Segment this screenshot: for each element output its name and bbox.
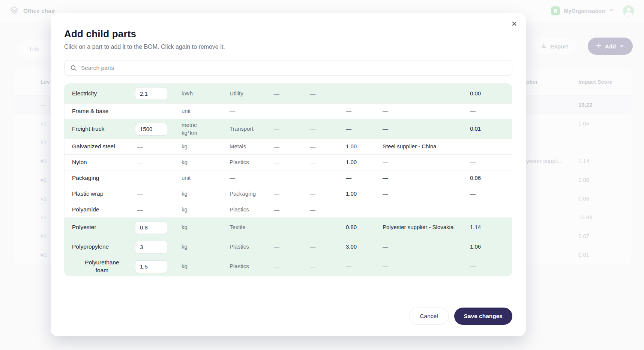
part-supplier: — (383, 90, 470, 97)
part-name: Polyurethane foam (83, 259, 121, 274)
part-name: Plastic wrap (72, 190, 104, 197)
quantity-input[interactable] (135, 221, 167, 234)
qty-cell (135, 87, 182, 100)
part-row[interactable]: Polyester kg Textile — — 0.80 Polyester … (65, 217, 512, 237)
part-col6: — (310, 159, 346, 166)
part-col5: — (274, 159, 310, 166)
cancel-button[interactable]: Cancel (409, 308, 449, 325)
qty-cell: — (135, 207, 182, 213)
search-bar (64, 60, 512, 76)
part-row[interactable]: Nylon — kg Plastics — — 1.00 — — (65, 154, 512, 170)
search-icon (70, 65, 77, 73)
part-category: Metals (230, 143, 274, 150)
quantity-empty: — (137, 108, 143, 115)
part-col6: — (310, 126, 346, 132)
quantity-empty: — (137, 175, 143, 181)
part-impact-score: 0.00 (470, 90, 505, 97)
qty-cell (135, 123, 182, 136)
part-category: Plastics (230, 262, 274, 270)
qty-cell: — (135, 159, 182, 166)
part-impact-score: 1.06 (470, 243, 505, 250)
part-amount: — (346, 262, 383, 270)
part-unit: kWh (182, 90, 230, 97)
part-category: — (230, 174, 274, 182)
part-col5: — (274, 126, 310, 132)
part-impact-score: — (470, 206, 505, 213)
part-amount: 1.00 (346, 143, 383, 150)
quantity-input[interactable] (135, 123, 167, 136)
part-supplier: — (383, 174, 470, 182)
quantity-input[interactable] (135, 260, 167, 273)
part-amount: 1.00 (346, 158, 383, 166)
part-name: Nylon (72, 159, 87, 165)
part-row[interactable]: Packaging — unit — — — — — 0.06 (65, 170, 512, 186)
part-col5: — (274, 244, 310, 250)
close-icon[interactable]: ✕ (509, 18, 520, 30)
part-category: Textile (230, 223, 274, 231)
part-col5: — (274, 91, 310, 97)
quantity-empty: — (137, 143, 143, 150)
part-col5: — (274, 207, 310, 213)
qty-cell (135, 260, 182, 273)
part-col5: — (274, 108, 310, 115)
quantity-input[interactable] (135, 87, 167, 100)
quantity-empty: — (137, 191, 143, 197)
part-col6: — (310, 207, 346, 213)
part-amount: — (346, 125, 383, 133)
part-row[interactable]: Freight truck metric kg*km Transport — —… (65, 119, 512, 139)
part-supplier: — (383, 206, 470, 213)
part-row[interactable]: Polypropylene kg Plastics — — 3.00 — 1.0… (65, 237, 512, 256)
part-supplier: — (383, 190, 470, 198)
part-row[interactable]: Electricity kWh Utility — — — — 0.00 (65, 84, 512, 103)
part-name: Packaging (72, 175, 99, 181)
part-col5: — (274, 263, 310, 270)
part-supplier: — (383, 243, 470, 250)
part-col5: — (274, 143, 310, 150)
part-supplier: Polyester supplier - Slovakia (383, 223, 470, 231)
part-category: Transport (230, 125, 274, 133)
part-col6: — (310, 91, 346, 97)
part-category: Plastics (230, 206, 274, 213)
part-name: Galvanized steel (72, 143, 115, 149)
part-name: Freight truck (72, 125, 104, 132)
part-supplier: — (383, 158, 470, 166)
part-row[interactable]: Frame & base — unit — — — — — — (65, 103, 512, 119)
part-unit: unit (182, 174, 230, 182)
part-col5: — (274, 175, 310, 181)
part-col6: — (310, 224, 346, 231)
part-amount: 3.00 (346, 243, 383, 250)
part-amount: 0.80 (346, 223, 383, 231)
part-impact-score: 0.01 (470, 125, 505, 133)
part-impact-score: 1.14 (470, 223, 505, 231)
part-name: Polyamide (72, 206, 99, 213)
part-col5: — (274, 191, 310, 197)
part-impact-score: — (470, 190, 505, 198)
part-category: — (230, 107, 274, 115)
part-col6: — (310, 244, 346, 250)
part-unit: unit (182, 107, 230, 115)
part-unit: kg (182, 262, 230, 270)
save-changes-button[interactable]: Save changes (454, 308, 512, 325)
quantity-input[interactable] (135, 241, 167, 253)
part-row[interactable]: Polyamide — kg Plastics — — — — — (65, 202, 512, 217)
part-col6: — (310, 143, 346, 150)
quantity-empty: — (137, 207, 143, 213)
part-impact-score: 0.06 (470, 174, 505, 182)
part-amount: — (346, 107, 383, 115)
part-row[interactable]: Plastic wrap — kg Packaging — — 1.00 — — (65, 186, 512, 202)
part-name: Polyester (72, 224, 96, 230)
modal-title: Add child parts (64, 28, 512, 40)
part-row[interactable]: Galvanized steel — kg Metals — — 1.00 St… (65, 139, 512, 154)
part-supplier: Steel supplier - China (383, 143, 470, 150)
part-unit: metric kg*km (182, 121, 230, 137)
part-amount: — (346, 174, 383, 182)
search-input[interactable] (64, 60, 512, 76)
part-category: Utility (230, 90, 274, 97)
part-name: Polypropylene (72, 243, 109, 250)
part-row[interactable]: Polyurethane foam kg Plastics — — — — — (65, 256, 512, 276)
part-name: Frame & base (72, 108, 108, 114)
part-unit: kg (182, 243, 230, 250)
part-supplier: — (383, 262, 470, 270)
part-col6: — (310, 108, 346, 115)
part-unit: kg (182, 223, 230, 231)
